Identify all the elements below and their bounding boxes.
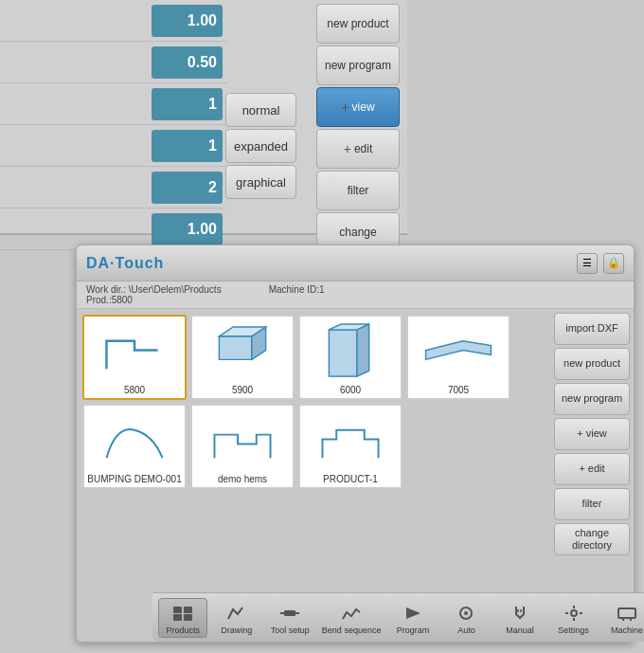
nav-machine[interactable]: Machine — [602, 599, 644, 637]
program-icon — [400, 603, 426, 624]
auto-icon — [453, 603, 479, 624]
plus-edit: + — [579, 463, 584, 475]
product-5800-label: 5800 — [84, 384, 185, 396]
nav-manual-label: Manual — [506, 626, 534, 635]
btn-graphical[interactable]: graphical — [225, 165, 296, 199]
nav-products-label: Products — [167, 626, 201, 635]
nav-machine-label: Machine — [611, 626, 643, 635]
nav-manual[interactable]: Manual — [495, 599, 545, 637]
svg-rect-9 — [173, 614, 182, 621]
header-icon-lock[interactable]: 🔒 — [603, 253, 624, 274]
btn-normal[interactable]: normal — [225, 93, 296, 127]
product-5800[interactable]: 5800 — [82, 315, 187, 400]
bottom-nav: Products Drawing Tool setup Bend sequenc… — [152, 592, 644, 642]
prod-label: Prod.:5800 — [86, 295, 133, 305]
btn-expanded[interactable]: expanded — [225, 129, 296, 163]
value-6: 1.00 — [152, 213, 223, 245]
btn-filter[interactable]: filter — [316, 171, 400, 210]
bend-sequence-icon — [338, 603, 365, 624]
btn-import-dxf[interactable]: import DXF — [554, 313, 630, 345]
svg-rect-11 — [284, 610, 295, 616]
app-header: DA·Touch ☰ 🔒 — [77, 245, 634, 281]
value-3: 1 — [152, 88, 223, 120]
svg-marker-6 — [426, 341, 492, 360]
nav-bend-sequence-label: Bend sequence — [322, 626, 382, 635]
svg-rect-8 — [184, 607, 192, 613]
svg-rect-3 — [329, 330, 357, 376]
btn-edit[interactable]: + edit — [316, 129, 400, 169]
product-1[interactable]: PRODUCT-1 — [298, 404, 402, 489]
top-panel: 1.00 0.50 1 1 2 1.00 normal expanded gra… — [0, 0, 407, 235]
grid-row-2: BUMPING DEMO-001 demo hems PRODUCT-1 — [82, 404, 545, 489]
value-row-2: 0.50 — [0, 42, 227, 83]
nav-auto-label: Auto — [457, 626, 475, 635]
product-bumping[interactable]: BUMPING DEMO-001 — [82, 404, 187, 489]
app-content: 5800 5900 — [77, 309, 634, 629]
btn-change-directory[interactable]: change directory — [554, 523, 630, 555]
btn-new-program[interactable]: new program — [316, 45, 400, 85]
product-6000[interactable]: 6000 — [298, 315, 402, 400]
value-row-3: 1 — [0, 83, 227, 125]
svg-rect-10 — [184, 614, 192, 621]
nav-settings-label: Settings — [558, 626, 589, 635]
nav-drawing-label: Drawing — [221, 626, 252, 635]
products-icon — [170, 603, 196, 624]
manual-icon — [507, 603, 533, 624]
plus-icon-view: + — [341, 100, 349, 116]
product-6000-label: 6000 — [300, 384, 401, 396]
svg-marker-4 — [357, 324, 369, 376]
machine-label: Machine ID:1 — [269, 284, 325, 295]
plus-view: + — [577, 427, 582, 440]
btn-new-program[interactable]: new program — [554, 383, 630, 415]
view-options: normal expanded graphical — [225, 93, 296, 199]
nav-program[interactable]: Program — [388, 599, 438, 637]
side-buttons: import DXF new product new program + vie… — [550, 309, 634, 629]
nav-tool-setup-label: Tool setup — [271, 626, 310, 635]
nav-auto[interactable]: Auto — [441, 599, 491, 637]
product-bumping-label: BUMPING DEMO-001 — [84, 473, 185, 485]
product-7005[interactable]: 7005 — [406, 315, 510, 400]
svg-rect-20 — [618, 608, 635, 618]
btn-app-edit[interactable]: + edit — [554, 453, 630, 485]
header-icons: ☰ 🔒 — [577, 253, 624, 274]
value-list: 1.00 0.50 1 1 2 1.00 — [0, 0, 227, 235]
nav-bend-sequence[interactable]: Bend sequence — [319, 599, 385, 637]
svg-marker-0 — [219, 336, 251, 360]
drawing-icon — [224, 603, 250, 624]
settings-icon — [561, 603, 587, 624]
btn-app-filter[interactable]: filter — [554, 488, 630, 520]
value-5: 2 — [152, 172, 223, 204]
grid-row-1: 5800 5900 — [82, 315, 545, 400]
product-5900-label: 5900 — [192, 384, 293, 396]
nav-products[interactable]: Products — [158, 598, 207, 638]
product-1-label: PRODUCT-1 — [300, 473, 401, 485]
btn-new-product[interactable]: new product — [316, 4, 400, 44]
btn-new-product[interactable]: new product — [554, 348, 630, 380]
product-grid: 5800 5900 — [77, 309, 550, 629]
value-row-4: 1 — [0, 125, 227, 167]
product-demo-hems-label: demo hems — [192, 473, 293, 485]
app-panel: DA·Touch ☰ 🔒 Work dir.: \User\Delem\Prod… — [76, 245, 635, 643]
nav-settings[interactable]: Settings — [549, 599, 599, 637]
svg-point-16 — [464, 611, 468, 615]
svg-marker-14 — [406, 608, 420, 619]
value-2: 0.50 — [152, 46, 223, 79]
btn-view[interactable]: + view — [316, 87, 400, 127]
product-7005-label: 7005 — [408, 384, 509, 396]
tool-setup-icon — [277, 603, 303, 624]
app-logo: DA·Touch — [86, 255, 164, 272]
btn-app-view[interactable]: + view — [554, 418, 630, 450]
product-5900[interactable]: 5900 — [190, 315, 295, 400]
top-right-buttons: new product new program + view + edit fi… — [313, 0, 407, 256]
machine-icon — [614, 603, 640, 624]
nav-tool-setup[interactable]: Tool setup — [265, 599, 314, 637]
header-icon-menu[interactable]: ☰ — [577, 253, 598, 274]
value-row-5: 2 — [0, 167, 227, 209]
value-1: 1.00 — [152, 5, 223, 37]
nav-program-label: Program — [397, 626, 430, 635]
nav-drawing[interactable]: Drawing — [212, 599, 261, 637]
svg-rect-7 — [173, 607, 182, 613]
product-demo-hems[interactable]: demo hems — [190, 404, 295, 489]
svg-point-19 — [571, 610, 577, 616]
plus-icon-edit: + — [344, 141, 351, 157]
